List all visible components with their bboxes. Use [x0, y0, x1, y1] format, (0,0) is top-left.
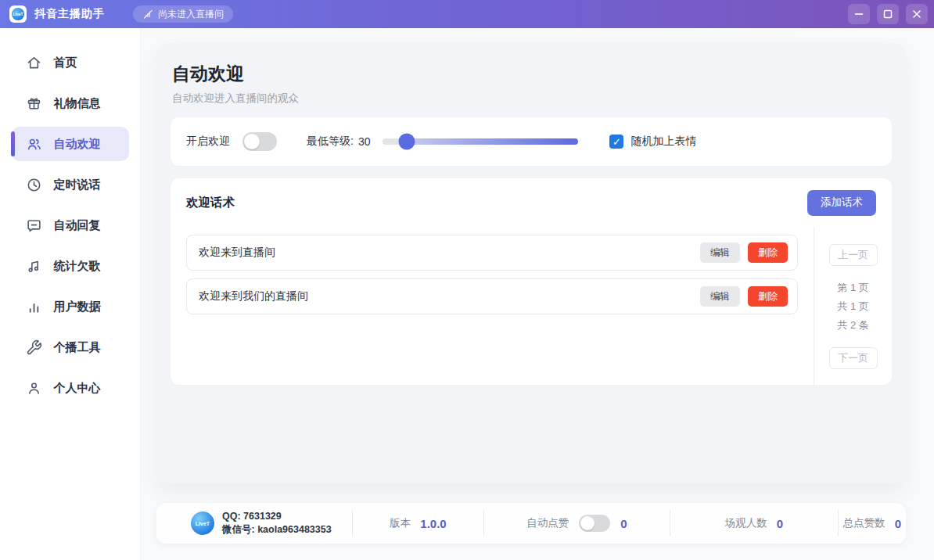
phrase-list: 欢迎来到直播间 编辑 删除 欢迎来到我们的直播间 编辑 删除	[171, 227, 814, 385]
minimize-icon	[854, 9, 864, 19]
app-logo-globe-icon: LiveT	[12, 8, 24, 20]
auto-like-toggle[interactable]	[579, 515, 610, 532]
sidebar-item-label: 自动回复	[54, 218, 101, 233]
viewers-count: 0	[777, 517, 783, 530]
sidebar-item-label: 统计欠歌	[54, 259, 101, 274]
live-status-badge: 尚未进入直播间	[133, 5, 233, 23]
current-page-text: 第 1 页	[837, 278, 868, 297]
sidebar-item-song-stats[interactable]: 统计欠歌	[12, 249, 129, 283]
version-label: 版本	[390, 516, 411, 530]
pagination: 上一页 第 1 页 共 1 页 共 2 条 下一页	[814, 227, 892, 385]
sidebar-item-label: 个播工具	[54, 340, 101, 355]
auto-like-count: 0	[620, 517, 627, 530]
phrases-card-title: 欢迎话术	[186, 195, 235, 211]
pagination-info: 第 1 页 共 1 页 共 2 条	[837, 278, 868, 335]
maximize-icon	[883, 9, 893, 19]
clock-icon	[26, 176, 43, 193]
footer-version: 版本 1.0.0	[353, 503, 483, 544]
wechat-id: 微信号: kaola963483353	[222, 523, 332, 537]
welcome-settings-card: 开启欢迎 最低等级: 30 随机加上表情	[171, 117, 892, 166]
add-phrase-button[interactable]: 添加话术	[807, 190, 876, 216]
close-button[interactable]	[906, 4, 928, 24]
sidebar-item-label: 用户数据	[54, 300, 101, 314]
phrases-card-body: 欢迎来到直播间 编辑 删除 欢迎来到我们的直播间 编辑 删除 上一页 第 1 页…	[171, 227, 892, 385]
enable-welcome-label: 开启欢迎	[186, 135, 230, 149]
min-level-group: 最低等级: 30	[307, 135, 370, 149]
sidebar-item-user-data[interactable]: 用户数据	[12, 289, 129, 324]
footer-contact: LiveT QQ: 7631329 微信号: kaola963483353	[156, 503, 352, 544]
sidebar: 首页 礼物信息 自动欢迎 定时说话 自动回复 统计欠歌	[0, 28, 141, 560]
total-likes-label: 总点赞数	[843, 516, 886, 530]
viewers-label: 场观人数	[725, 516, 767, 530]
total-likes-count: 0	[895, 517, 901, 530]
min-level-label: 最低等级:	[307, 135, 354, 149]
footer-logo-icon: LiveT	[191, 512, 214, 535]
toggle-knob	[244, 134, 260, 149]
minimize-button[interactable]	[848, 4, 870, 24]
total-pages-text: 共 1 页	[837, 297, 868, 316]
no-signal-icon	[142, 9, 153, 20]
sidebar-item-label: 自动欢迎	[54, 137, 101, 152]
footer-bar: LiveT QQ: 7631329 微信号: kaola963483353 版本…	[156, 503, 906, 544]
main-area: 自动欢迎 自动欢迎进入直播间的观众 开启欢迎 最低等级: 30 随机加上表情 欢…	[141, 28, 934, 560]
sidebar-item-timed-speech[interactable]: 定时说话	[12, 167, 129, 202]
window-controls	[848, 4, 928, 24]
delete-phrase-button[interactable]: 删除	[748, 242, 788, 263]
delete-phrase-button[interactable]: 删除	[748, 286, 788, 307]
toggle-knob	[580, 516, 595, 530]
sidebar-item-label: 个人中心	[54, 381, 101, 396]
sidebar-item-label: 礼物信息	[54, 96, 101, 111]
sidebar-item-profile[interactable]: 个人中心	[12, 371, 129, 405]
total-items-text: 共 2 条	[837, 316, 868, 335]
min-level-value: 30	[358, 135, 371, 148]
slider-track-right	[407, 138, 578, 145]
gift-icon	[26, 95, 43, 112]
phrase-row: 欢迎来到直播间 编辑 删除	[186, 235, 798, 271]
home-icon	[26, 54, 43, 71]
min-level-slider[interactable]	[383, 138, 578, 145]
slider-handle[interactable]	[399, 134, 415, 150]
footer-auto-like: 自动点赞 0	[484, 503, 670, 544]
edit-phrase-button[interactable]: 编辑	[700, 286, 740, 307]
footer-viewers: 场观人数 0	[670, 503, 838, 544]
maximize-button[interactable]	[877, 4, 899, 24]
wrench-icon	[26, 339, 43, 356]
chat-icon	[26, 217, 43, 234]
phrase-row: 欢迎来到我们的直播间 编辑 删除	[186, 278, 798, 314]
close-icon	[912, 9, 921, 19]
phrases-card-header: 欢迎话术 添加话术	[171, 178, 892, 227]
next-page-button[interactable]: 下一页	[829, 347, 878, 369]
app-title: 抖音主播助手	[34, 7, 105, 21]
active-indicator	[11, 131, 15, 156]
prev-page-button[interactable]: 上一页	[829, 244, 878, 266]
enable-welcome-toggle[interactable]	[242, 132, 277, 151]
bar-chart-icon	[26, 298, 43, 315]
music-icon	[26, 257, 43, 275]
phrase-text: 欢迎来到我们的直播间	[199, 289, 700, 303]
phrase-text: 欢迎来到直播间	[199, 246, 700, 260]
qq-number: QQ: 7631329	[222, 510, 332, 523]
version-value: 1.0.0	[420, 517, 446, 530]
page-subtitle: 自动欢迎进入直播间的观众	[172, 92, 299, 106]
random-emoji-label: 随机加上表情	[630, 135, 696, 149]
titlebar: LiveT 抖音主播助手 尚未进入直播间	[0, 0, 934, 28]
sidebar-item-home[interactable]: 首页	[12, 45, 129, 80]
status-badge-label: 尚未进入直播间	[158, 8, 224, 21]
footer-contact-lines: QQ: 7631329 微信号: kaola963483353	[222, 510, 332, 537]
sidebar-item-auto-reply[interactable]: 自动回复	[12, 208, 129, 242]
sidebar-item-broadcast-tools[interactable]: 个播工具	[12, 330, 129, 364]
auto-like-label: 自动点赞	[526, 516, 569, 530]
sidebar-item-auto-welcome[interactable]: 自动欢迎	[12, 127, 129, 161]
users-icon	[26, 135, 43, 153]
page-title: 自动欢迎	[172, 62, 244, 86]
app-logo: LiveT	[9, 5, 27, 23]
content-panel: 自动欢迎 自动欢迎进入直播间的观众 开启欢迎 最低等级: 30 随机加上表情 欢…	[156, 43, 906, 483]
edit-phrase-button[interactable]: 编辑	[700, 242, 740, 263]
footer-total-likes: 总点赞数 0	[839, 503, 906, 544]
user-icon	[26, 379, 43, 397]
welcome-phrases-card: 欢迎话术 添加话术 欢迎来到直播间 编辑 删除 欢迎来到我们的直播间 编辑 删除	[171, 178, 892, 385]
sidebar-item-label: 首页	[54, 56, 77, 70]
sidebar-item-gifts[interactable]: 礼物信息	[12, 86, 129, 120]
sidebar-item-label: 定时说话	[54, 178, 101, 192]
random-emoji-checkbox[interactable]	[609, 135, 623, 149]
